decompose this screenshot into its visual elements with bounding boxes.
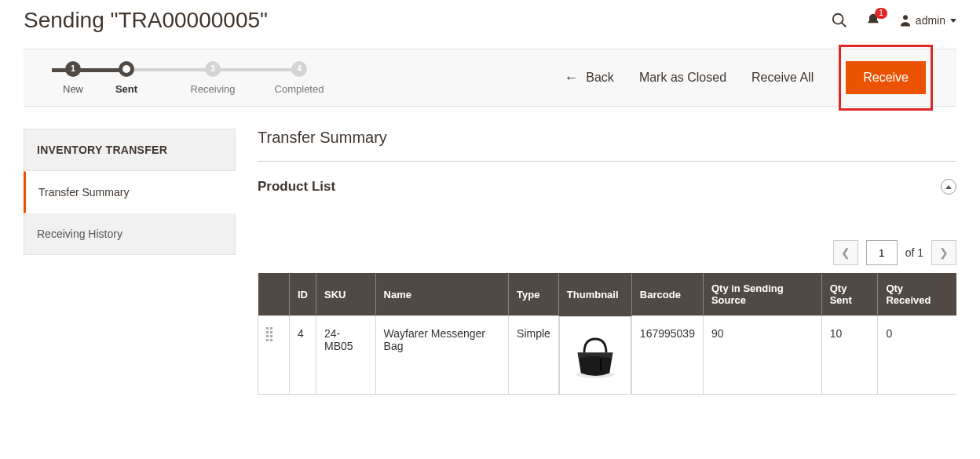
step-new: 1 New — [63, 61, 83, 95]
prev-page-button[interactable]: ❮ — [833, 240, 858, 265]
search-icon[interactable] — [831, 12, 848, 29]
cell-sku: 24-MB05 — [316, 316, 376, 395]
cell-thumbnail — [559, 316, 631, 395]
receive-all-button[interactable]: Receive All — [751, 71, 814, 85]
mark-closed-button[interactable]: Mark as Closed — [639, 71, 726, 85]
section-title: Transfer Summary — [258, 129, 956, 162]
col-qty-src[interactable]: Qty in Sending Source — [703, 273, 821, 316]
drag-dots-icon — [266, 327, 281, 341]
col-type[interactable]: Type — [509, 273, 559, 316]
header-tools: 1 admin — [831, 12, 956, 29]
page-input[interactable] — [866, 240, 898, 265]
receive-button[interactable]: Receive — [846, 61, 926, 94]
step-label: Receiving — [190, 83, 235, 95]
page-total-label: of 1 — [905, 246, 923, 259]
cell-qty-src: 90 — [703, 316, 821, 395]
step-label: Sent — [115, 83, 137, 95]
step-circle — [119, 61, 134, 77]
product-thumbnail-icon — [568, 328, 623, 383]
col-thumbnail[interactable]: Thumbnail — [558, 273, 631, 316]
drag-handle[interactable] — [258, 316, 290, 395]
col-sku[interactable]: SKU — [316, 273, 376, 316]
cell-qty-sent: 10 — [821, 316, 878, 395]
chevron-right-icon: ❯ — [939, 246, 949, 259]
progress-steps: 1 New Sent 3 Receiving 4 Completed — [47, 61, 342, 95]
col-barcode[interactable]: Barcode — [631, 273, 703, 316]
notifications-icon[interactable]: 1 — [865, 13, 881, 28]
receive-highlight-box: Receive — [839, 45, 933, 111]
step-completed: 4 Completed — [256, 61, 342, 95]
step-sent: Sent — [83, 61, 170, 95]
back-button[interactable]: ← Back — [564, 70, 614, 86]
col-qty-sent[interactable]: Qty Sent — [821, 273, 878, 316]
arrow-left-icon: ← — [564, 70, 578, 86]
svg-point-2 — [903, 15, 908, 20]
svg-line-1 — [842, 23, 847, 27]
sidebar-item-receiving-history[interactable]: Receiving History — [24, 213, 236, 255]
step-circle: 3 — [205, 61, 221, 77]
pagination: ❮ of 1 ❯ — [258, 240, 956, 265]
svg-point-0 — [833, 14, 843, 24]
admin-label: admin — [916, 14, 945, 27]
chevron-up-icon — [945, 185, 952, 189]
col-name[interactable]: Name — [375, 273, 508, 316]
chevron-down-icon — [950, 19, 956, 23]
sidebar-header: INVENTORY TRANSFER — [24, 129, 236, 171]
back-label: Back — [586, 71, 614, 85]
page-title: Sending "TRA00000005" — [24, 8, 268, 33]
subsection-title: Product List — [258, 179, 335, 195]
cell-name: Wayfarer Messenger Bag — [375, 316, 508, 395]
collapse-icon[interactable] — [941, 179, 956, 195]
col-qty-recv[interactable]: Qty Received — [878, 273, 956, 316]
step-label: Completed — [275, 83, 324, 95]
cell-type: Simple — [509, 316, 559, 395]
col-drag — [258, 273, 290, 316]
admin-menu[interactable]: admin — [898, 13, 956, 27]
step-receiving: 3 Receiving — [170, 61, 256, 95]
step-circle: 1 — [65, 61, 81, 77]
product-table: ID SKU Name Type Thumbnail Barcode Qty i… — [258, 273, 956, 395]
col-id[interactable]: ID — [290, 273, 316, 316]
sidebar-item-transfer-summary[interactable]: Transfer Summary — [24, 171, 236, 213]
next-page-button[interactable]: ❯ — [931, 240, 956, 265]
sidebar: INVENTORY TRANSFER Transfer Summary Rece… — [24, 129, 236, 255]
step-circle: 4 — [291, 61, 307, 77]
table-row[interactable]: 4 24-MB05 Wayfarer Messenger Bag Simple — [258, 316, 957, 395]
chevron-left-icon: ❮ — [841, 246, 850, 259]
cell-id: 4 — [290, 316, 316, 395]
step-label: New — [63, 83, 83, 95]
cell-qty-recv: 0 — [878, 316, 956, 395]
notification-badge: 1 — [875, 8, 887, 19]
cell-barcode: 167995039 — [631, 316, 703, 395]
